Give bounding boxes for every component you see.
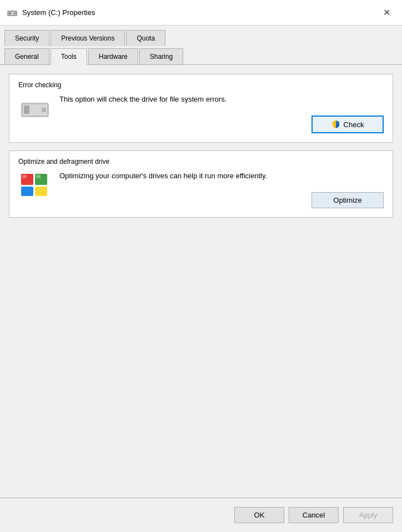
optimize-button[interactable]: Optimize	[311, 192, 384, 208]
check-button[interactable]: Check	[311, 116, 384, 133]
tab-sharing[interactable]: Sharing	[139, 48, 183, 64]
tab-tools[interactable]: Tools	[51, 48, 87, 65]
svg-rect-11	[21, 187, 33, 196]
error-checking-description: This option will check the drive for fil…	[59, 94, 384, 104]
svg-rect-12	[35, 187, 47, 196]
tab-security[interactable]: Security	[4, 30, 49, 46]
titlebar-drive-icon	[7, 7, 18, 18]
content-area: Error checking This option will check th…	[0, 65, 402, 498]
svg-rect-13	[22, 175, 27, 178]
optimize-description: Optimizing your computer's drives can he…	[59, 171, 384, 181]
tabs-container: Security Previous Versions Quota General…	[0, 26, 402, 65]
ok-button[interactable]: OK	[234, 507, 284, 523]
optimize-body: Optimizing your computer's drives can he…	[18, 171, 384, 208]
close-button[interactable]: ✕	[378, 4, 395, 22]
bottom-bar: OK Cancel Apply	[0, 498, 402, 532]
shield-icon	[331, 120, 340, 129]
svg-rect-14	[36, 175, 41, 178]
optimize-content: Optimizing your computer's drives can he…	[59, 171, 384, 208]
tabs-row-1: Security Previous Versions Quota	[0, 26, 402, 46]
defrag-icon	[18, 171, 52, 199]
error-checking-section: Error checking This option will check th…	[9, 74, 393, 143]
tab-hardware[interactable]: Hardware	[88, 48, 138, 64]
title-bar-left: System (C:) Properties	[7, 7, 95, 18]
error-checking-title: Error checking	[18, 81, 384, 89]
check-button-label: Check	[344, 121, 364, 129]
tab-previous-versions[interactable]: Previous Versions	[51, 30, 125, 46]
tab-general[interactable]: General	[4, 48, 49, 64]
drive-gray-icon	[18, 94, 52, 122]
title-bar: System (C:) Properties ✕	[0, 0, 402, 26]
error-checking-content: This option will check the drive for fil…	[59, 94, 384, 133]
error-checking-body: This option will check the drive for fil…	[18, 94, 384, 133]
cancel-button[interactable]: Cancel	[289, 507, 339, 523]
window-title: System (C:) Properties	[22, 8, 95, 17]
svg-point-3	[14, 12, 16, 14]
optimize-section: Optimize and defragment drive	[9, 150, 393, 218]
svg-rect-2	[9, 12, 11, 14]
optimize-title: Optimize and defragment drive	[18, 158, 384, 165]
tab-quota[interactable]: Quota	[126, 30, 165, 46]
svg-rect-6	[24, 106, 29, 114]
svg-point-8	[43, 109, 45, 111]
apply-button[interactable]: Apply	[343, 507, 393, 523]
optimize-button-label: Optimize	[333, 196, 361, 204]
tabs-row-2: General Tools Hardware Sharing	[0, 46, 402, 64]
window: System (C:) Properties ✕ Security Previo…	[0, 0, 402, 532]
